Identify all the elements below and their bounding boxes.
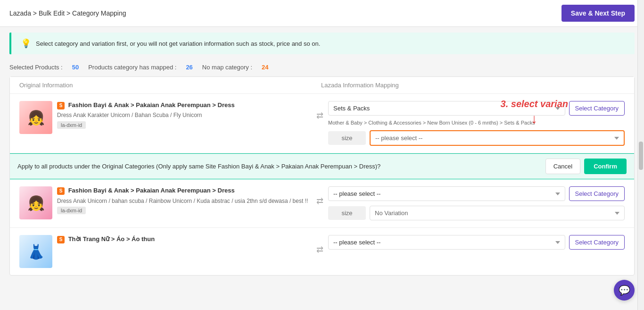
product-info-3: S Thời Trang Nữ > Áo > Áo thun <box>57 235 312 245</box>
product-info-1: S Fashion Bayi & Anak > Pakaian Anak Per… <box>57 101 312 129</box>
product-desc-1: Dress Anak Karakter Unicorn / Bahan Scub… <box>57 111 312 119</box>
apply-bar: Apply to all products under the Original… <box>10 153 634 179</box>
lazada-mapping-2: -- please select -- Select Category size… <box>328 186 625 220</box>
header: Lazada > Bulk Edit > Category Mapping Sa… <box>0 0 644 27</box>
col-lazada-header: Lazada Information Mapping <box>321 82 625 89</box>
product-image-2: 👧 <box>19 186 52 219</box>
shop-icon-2: S <box>57 187 65 195</box>
lazada-mapping-3: -- please select -- Select Category <box>328 235 625 250</box>
product-desc-2: Dress Anak Unicorn / bahan scuba / Rainb… <box>57 197 312 205</box>
nomap-value: 24 <box>262 64 268 71</box>
selected-label: Selected Products : <box>9 64 63 71</box>
mapping-row-1: Sets & Packs Select Category <box>328 101 625 116</box>
select-category-btn-2[interactable]: Select Category <box>569 186 625 201</box>
col-original-header: Original Information <box>19 82 321 89</box>
category-select-1[interactable]: Sets & Packs <box>328 101 565 116</box>
mapped-label: Products category has mapped : <box>88 64 176 71</box>
select-category-btn-3[interactable]: Select Category <box>569 235 625 250</box>
swap-arrow-1: ⇄ <box>316 110 323 121</box>
breadcrumb: Lazada > Bulk Edit > Category Mapping <box>9 9 126 17</box>
notice-bar: 💡 Select category and variation first, o… <box>9 33 635 54</box>
variation-row-1: size -- please select -- <box>328 130 625 146</box>
product-sku-1: la-dxm-id <box>57 121 86 129</box>
product-row-1-wrapper: 3. select varian ↓ 👧 S Fashion Bayi & An… <box>10 94 634 153</box>
variation-label-1: size <box>328 131 366 145</box>
shop-icon-3: S <box>57 236 65 243</box>
product-title-3: S Thời Trang Nữ > Áo > Áo thun <box>57 235 312 243</box>
column-headers: Original Information Lazada Information … <box>10 77 634 94</box>
product-title-2: S Fashion Bayi & Anak > Pakaian Anak Per… <box>57 186 312 195</box>
apply-bar-text: Apply to all products under the Original… <box>17 163 380 170</box>
scrollbar-thumb[interactable] <box>639 142 643 170</box>
variation-select-2[interactable]: No Variation <box>370 206 625 220</box>
product-image-3: 👗 <box>19 235 52 268</box>
swap-arrow-2: ⇄ <box>316 196 323 206</box>
cancel-button[interactable]: Cancel <box>545 159 580 174</box>
product-image-1: 👧 <box>19 101 52 134</box>
category-breadcrumb-1: Mother & Baby > Clothing & Accessories >… <box>328 119 625 126</box>
shop-icon-1: S <box>57 102 65 109</box>
nomap-label: No map category : <box>202 64 252 71</box>
apply-bar-actions: Cancel Confirm <box>545 159 627 174</box>
variation-select-1[interactable]: -- please select -- <box>370 130 625 146</box>
category-select-2[interactable]: -- please select -- <box>328 186 565 201</box>
mapped-value: 26 <box>186 64 192 71</box>
mapping-row-3: -- please select -- Select Category <box>328 235 625 250</box>
product-title-1: S Fashion Bayi & Anak > Pakaian Anak Per… <box>57 101 312 109</box>
product-row-3: 👗 S Thời Trang Nữ > Áo > Áo thun ⇄ -- pl… <box>10 228 634 275</box>
notice-text: Select category and variation first, or … <box>36 40 320 47</box>
select-category-btn-1[interactable]: Select Category <box>569 101 625 116</box>
lazada-mapping-1: Sets & Packs Select Category Mother & Ba… <box>328 101 625 146</box>
product-row-2: 👧 S Fashion Bayi & Anak > Pakaian Anak P… <box>10 179 634 228</box>
save-next-button[interactable]: Save & Next Step <box>561 5 635 22</box>
main-content: Original Information Lazada Information … <box>9 76 635 276</box>
variation-row-2: size No Variation <box>328 206 625 220</box>
notice-icon: 💡 <box>21 38 31 49</box>
selected-value: 50 <box>72 64 79 71</box>
product-row-1: 👧 S Fashion Bayi & Anak > Pakaian Anak P… <box>10 94 634 153</box>
category-select-3[interactable]: -- please select -- <box>328 235 565 250</box>
product-info-2: S Fashion Bayi & Anak > Pakaian Anak Per… <box>57 186 312 214</box>
swap-arrow-3: ⇄ <box>316 244 323 255</box>
confirm-button[interactable]: Confirm <box>584 159 627 174</box>
scrollbar[interactable] <box>637 0 644 276</box>
stats-bar: Selected Products : 50 Products category… <box>0 60 644 76</box>
mapping-row-2: -- please select -- Select Category <box>328 186 625 201</box>
variation-label-2: size <box>328 206 366 220</box>
product-sku-2: la-dxm-id <box>57 207 86 214</box>
